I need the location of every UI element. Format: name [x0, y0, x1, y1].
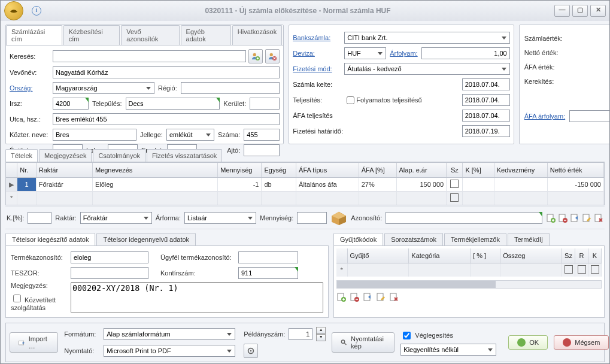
region-input[interactable]	[181, 82, 280, 94]
label-currency[interactable]: Deviza:	[293, 50, 344, 57]
remove-customer-button[interactable]	[265, 49, 280, 63]
teszor-input[interactable]	[71, 267, 148, 279]
copies-up-button[interactable]: ▲	[316, 327, 326, 334]
tab-product-features[interactable]: Termékjellemzők	[444, 233, 506, 245]
minimize-button[interactable]: —	[554, 5, 570, 17]
finalize-checkbox[interactable]	[403, 332, 411, 339]
remove-line-icon[interactable]	[558, 213, 567, 223]
col-amount[interactable]: Összeg	[500, 248, 562, 263]
street-input[interactable]	[53, 113, 280, 125]
items-grid[interactable]: Nr. Raktár Megnevezés Mennyiség Egység Á…	[5, 162, 605, 205]
product-id-detail-input[interactable]	[71, 251, 148, 263]
continuous-checkbox[interactable]	[347, 96, 354, 104]
product-id-input[interactable]	[386, 212, 542, 224]
horizontal-scrollbar[interactable]	[336, 280, 602, 289]
package-icon[interactable]	[330, 211, 347, 225]
qty-input[interactable]	[297, 212, 327, 224]
new-row[interactable]: *	[336, 263, 602, 277]
tab-collectors[interactable]: Gyűjtőkódok	[333, 233, 383, 245]
city-input[interactable]	[126, 98, 220, 110]
edit-collector-icon[interactable]	[376, 292, 386, 302]
export-line-icon[interactable]	[570, 213, 579, 223]
add-line-icon[interactable]	[546, 213, 556, 223]
delete-line-icon[interactable]	[594, 213, 603, 223]
dropdown-indicator-icon[interactable]	[216, 98, 220, 102]
tab-delivery-address[interactable]: Kézbesítési cím	[63, 25, 120, 45]
col-pct[interactable]: [ % ]	[471, 248, 500, 263]
tab-attachments[interactable]: Csatolmányok	[93, 149, 145, 162]
label-exchange-rate[interactable]: Árfolyam:	[390, 50, 417, 57]
k-checkbox[interactable]	[591, 265, 599, 274]
col-r[interactable]: R	[575, 248, 588, 263]
tab-line-supplement[interactable]: Tételsor kiegészítő adatok	[5, 233, 95, 245]
col-collector[interactable]: Gyűjtő	[347, 248, 409, 263]
exchange-rate-input[interactable]	[421, 47, 510, 59]
col-unit[interactable]: Egység	[262, 163, 296, 178]
finalize-checkbox-label[interactable]: Véglegesítés	[400, 330, 496, 341]
tab-product-fee[interactable]: Termékdíj	[508, 233, 550, 245]
customer-product-id-input[interactable]	[238, 251, 298, 263]
copies-down-button[interactable]: ▼	[316, 334, 326, 341]
invoice-date-input[interactable]	[462, 78, 510, 90]
label-country[interactable]: Ország:	[10, 84, 53, 92]
bank-account-select[interactable]: CITI bank Zrt.	[344, 32, 509, 44]
tab-customer-ids[interactable]: Vevő azonosítók	[121, 25, 179, 45]
label-vat-rate[interactable]: ÁFA árfolyam:	[524, 113, 569, 120]
country-select[interactable]: Magyarország	[53, 82, 154, 94]
door-input[interactable]	[244, 144, 280, 156]
house-number-input[interactable]	[244, 129, 280, 141]
format-select[interactable]: Alap számlaformátum	[104, 328, 235, 340]
add-customer-button[interactable]	[248, 49, 263, 63]
col-name[interactable]: Megnevezés	[92, 163, 217, 178]
col-discount[interactable]: Kedvezmény	[494, 163, 547, 178]
sz-checkbox[interactable]	[565, 265, 573, 274]
tab-line-foreign[interactable]: Tételsor idegennyelvű adatok	[96, 233, 196, 245]
dropdown-indicator-icon[interactable]	[295, 267, 298, 272]
label-bank-account[interactable]: Bankszámla:	[293, 34, 344, 41]
dropdown-indicator-icon[interactable]	[85, 98, 89, 102]
table-row[interactable]: ▶ 1 Főraktár Előleg -1 db Általános áfa …	[6, 178, 604, 192]
add-collector-icon[interactable]	[336, 292, 346, 302]
district-input[interactable]	[250, 98, 280, 110]
export-collector-icon[interactable]	[363, 292, 372, 302]
dropdown-indicator-icon[interactable]	[539, 212, 542, 217]
tab-other-data[interactable]: Egyéb adatok	[181, 25, 231, 45]
currency-select[interactable]: HUF	[344, 47, 386, 59]
copies-input[interactable]	[289, 328, 312, 340]
mediated-checkbox[interactable]	[13, 295, 21, 302]
close-button[interactable]: ✕	[590, 5, 606, 17]
col-sz2[interactable]: Sz	[562, 248, 575, 263]
col-warehouse[interactable]: Raktár	[36, 163, 92, 178]
vat-fulfillment-date-input[interactable]	[462, 110, 510, 122]
tab-billing-address[interactable]: Számlázási cím	[6, 25, 62, 45]
cancel-button[interactable]: Mégsem	[554, 335, 609, 350]
col-qty[interactable]: Mennyiség	[218, 163, 262, 178]
sz-checkbox[interactable]	[450, 180, 459, 188]
warehouse-select[interactable]: Főraktár	[80, 212, 152, 224]
col-vat-pct[interactable]: ÁFA [%]	[359, 163, 396, 178]
sz-checkbox[interactable]	[450, 193, 459, 202]
maximize-button[interactable]: ▢	[572, 5, 588, 17]
vat-rate-input[interactable]	[569, 110, 609, 122]
ok-button[interactable]: OK	[508, 335, 548, 350]
k-pct-input[interactable]	[28, 212, 51, 224]
col-nr[interactable]: Nr.	[17, 163, 36, 178]
tab-notes[interactable]: Megjegyzések	[39, 149, 92, 162]
payment-mode-select[interactable]: Átutalás - kedvező	[344, 63, 509, 75]
note-textarea[interactable]: 000202-XY/2018 (Nr. 1)	[71, 282, 323, 313]
col-vat-type[interactable]: ÁFA típus	[296, 163, 359, 178]
settlement-select[interactable]: Kiegyenlítés nélkül	[400, 344, 496, 356]
search-input[interactable]	[53, 50, 246, 62]
print-preview-button[interactable]: Nyomtatási kép	[332, 332, 394, 353]
col-sz[interactable]: Sz	[447, 163, 463, 178]
account-code-input[interactable]	[238, 267, 298, 279]
import-button[interactable]: Import …	[10, 332, 58, 353]
tab-serials[interactable]: Sorozatszámok	[384, 233, 443, 245]
public-area-name-input[interactable]	[53, 129, 136, 141]
tab-items[interactable]: Tételek	[5, 149, 38, 162]
tab-references[interactable]: Hivatkozások	[232, 25, 282, 45]
edit-line-icon[interactable]	[582, 213, 591, 223]
delete-collector-icon[interactable]	[389, 292, 399, 302]
customer-name-input[interactable]	[53, 66, 280, 78]
public-area-type-select[interactable]: emlékút	[166, 129, 214, 141]
